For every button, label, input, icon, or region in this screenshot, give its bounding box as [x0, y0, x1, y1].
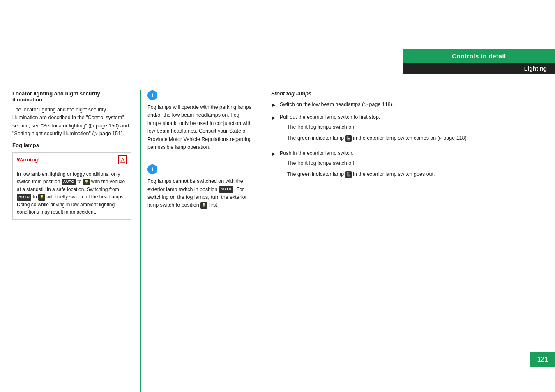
- warning-label: Warning!: [17, 157, 40, 163]
- pos-icon-2: 💡: [38, 194, 45, 201]
- bullet-item-2: ► Pull out the exterior lamp switch to f…: [271, 113, 543, 145]
- bullet-item-1: ► Switch on the low beam headlamps (▷ pa…: [271, 101, 543, 109]
- main-content: Locator lighting and night security illu…: [0, 90, 555, 392]
- bullet-content-2: Pull out the exterior lamp switch to fir…: [280, 113, 543, 145]
- fog-lamps-title: Fog lamps: [12, 142, 131, 148]
- sub-para-3a: The front fog lamps switch off.: [280, 159, 543, 167]
- info-icon-1: i: [147, 90, 157, 100]
- locator-para: The locator lighting and the night secur…: [12, 106, 131, 138]
- info-text-1: Fog lamps will operate with the parking …: [147, 104, 253, 151]
- right-column: Front fog lamps ► Switch on the low beam…: [259, 90, 543, 392]
- bullet-list: ► Switch on the low beam headlamps (▷ pa…: [271, 101, 543, 182]
- warning-body: In low ambient lighting or foggy conditi…: [13, 167, 131, 220]
- indicator-icon-1: 🂬: [345, 135, 352, 142]
- bullet-arrow-3: ►: [271, 150, 276, 158]
- warning-triangle-icon: △: [118, 155, 127, 164]
- controls-in-detail-bar: Controls in detail: [403, 49, 555, 63]
- auto-badge-mid: AUTO: [219, 186, 233, 193]
- sub-para-3b: The green indicator lamp 🂬 in the exteri…: [280, 171, 543, 178]
- lighting-bar: Lighting: [403, 63, 555, 74]
- warning-box: Warning! △ In low ambient lighting or fo…: [12, 152, 131, 220]
- info-block-1: i Fog lamps will operate with the parkin…: [147, 90, 253, 151]
- info-text-2: Fog lamps cannot be switched on with the…: [147, 178, 253, 210]
- sub-para-2a: The front fog lamps switch on.: [280, 123, 543, 131]
- middle-column: i Fog lamps will operate with the parkin…: [140, 90, 259, 392]
- pos-icon-mid: 💡: [200, 202, 207, 209]
- controls-label: Controls in detail: [452, 53, 506, 60]
- bullet-content-3: Push in the exterior lamp switch. The fr…: [280, 150, 543, 182]
- warning-header: Warning! △: [13, 153, 131, 167]
- auto-badge: AUTO: [62, 179, 76, 185]
- bullet-arrow-2: ►: [271, 114, 276, 122]
- bullet-arrow-1: ►: [271, 101, 276, 109]
- header-block: Controls in detail Lighting: [403, 49, 555, 74]
- front-fog-title: Front fog lamps: [271, 90, 543, 97]
- auto-badge-2: AUTO: [17, 194, 31, 201]
- locator-title: Locator lighting and night security illu…: [12, 90, 131, 103]
- pos-icon-1: 💡: [83, 179, 90, 185]
- left-column: Locator lighting and night security illu…: [12, 90, 140, 392]
- bullet-item-3: ► Push in the exterior lamp switch. The …: [271, 150, 543, 182]
- indicator-icon-2: 🂬: [345, 171, 352, 178]
- mid-divider: [147, 159, 253, 164]
- sub-para-2b: The green indicator lamp 🂬 in the exteri…: [280, 134, 543, 142]
- bullet-content-1: Switch on the low beam headlamps (▷ page…: [280, 101, 543, 108]
- info-block-2: i Fog lamps cannot be switched on with t…: [147, 164, 253, 210]
- lighting-label: Lighting: [524, 65, 547, 72]
- info-icon-2: i: [147, 164, 157, 174]
